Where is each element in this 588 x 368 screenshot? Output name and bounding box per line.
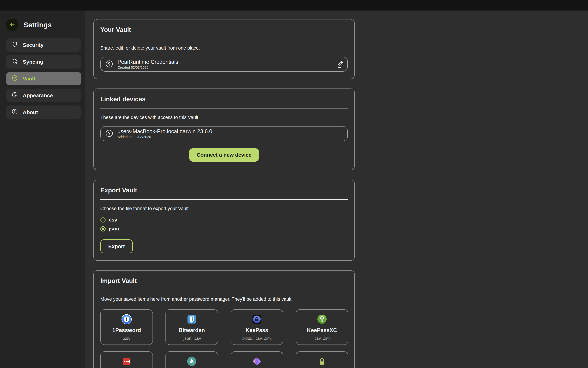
sync-icon bbox=[12, 58, 18, 65]
linked-devices-card: Linked devices These are the devices wit… bbox=[93, 89, 355, 170]
provider-name: KeePass bbox=[246, 327, 268, 333]
radio-option-json[interactable]: json bbox=[100, 226, 348, 232]
device-name: users-MacBook-Pro.local darwin 23.6.0 bbox=[117, 128, 212, 135]
sidebar-item-label: Vault bbox=[23, 76, 35, 82]
card-title: Export Vault bbox=[100, 187, 348, 194]
back-button[interactable] bbox=[6, 18, 18, 31]
pencil-edit-icon bbox=[336, 60, 345, 69]
back-arrow-icon bbox=[9, 22, 15, 28]
keepassxc-icon bbox=[317, 313, 327, 325]
vault-key-icon bbox=[105, 60, 113, 69]
sidebar-item-label: About bbox=[23, 109, 38, 115]
import-tile-nordpass[interactable]: NordPass .csv bbox=[165, 351, 218, 368]
keepass-icon bbox=[252, 313, 262, 325]
device-added-date: Added on 02/03/2026 bbox=[117, 135, 212, 139]
page-title: Settings bbox=[23, 21, 52, 29]
shield-icon bbox=[12, 41, 18, 49]
import-tile-unencrypted-file[interactable]: Unencrypted file .json, .csv bbox=[296, 351, 348, 368]
sidebar-item-label: Syncing bbox=[23, 59, 43, 65]
export-vault-card: Export Vault Choose the file format to e… bbox=[93, 180, 355, 261]
provider-name: Bitwarden bbox=[178, 327, 205, 333]
your-vault-card: Your Vault Share, edit, or delete your v… bbox=[93, 19, 355, 79]
connect-new-device-button[interactable]: Connect a new device bbox=[189, 148, 259, 162]
import-tile-protonpass[interactable]: Proton Pass .csv, .json bbox=[231, 351, 283, 368]
protonpass-icon bbox=[251, 356, 262, 367]
card-description: These are the devices with access to thi… bbox=[100, 115, 348, 120]
vault-created-date: Created 02/03/2026 bbox=[117, 65, 178, 70]
import-tile-lastpass[interactable]: LastPass .csv bbox=[100, 351, 153, 368]
sidebar-item-syncing[interactable]: Syncing bbox=[6, 55, 81, 69]
provider-formats: .csv, .xml bbox=[313, 336, 330, 341]
unencrypted-file-icon bbox=[317, 356, 327, 367]
sidebar-item-vault[interactable]: Vault bbox=[6, 72, 81, 85]
radio-csv-icon[interactable] bbox=[100, 217, 106, 222]
radio-json-label: json bbox=[109, 226, 119, 232]
import-tile-keepassxc[interactable]: KeePassXC .csv, .xml bbox=[296, 309, 348, 345]
divider bbox=[100, 39, 348, 39]
import-provider-grid: 1Password .csv Bitwarden .json, .csv bbox=[100, 309, 348, 368]
sidebar-item-label: Appearance bbox=[23, 92, 53, 99]
sidebar-item-label: Security bbox=[23, 42, 44, 48]
provider-formats: .json, .csv bbox=[182, 336, 201, 341]
provider-name: 1Password bbox=[112, 327, 141, 333]
radio-option-csv[interactable]: csv bbox=[100, 217, 348, 223]
provider-formats: .kdbx, .csv, .xml bbox=[242, 336, 272, 341]
import-tile-bitwarden[interactable]: Bitwarden .json, .csv bbox=[165, 309, 218, 345]
nordpass-icon bbox=[187, 356, 197, 367]
sidebar-item-security[interactable]: Security bbox=[6, 38, 81, 52]
import-vault-card: Import Vault Move your saved items here … bbox=[93, 270, 355, 368]
card-description: Move your saved items here from another … bbox=[100, 296, 348, 302]
card-title: Import Vault bbox=[100, 277, 348, 285]
radio-json-icon[interactable] bbox=[100, 226, 106, 231]
card-title: Linked devices bbox=[100, 95, 348, 103]
provider-formats: .csv bbox=[123, 336, 130, 341]
vault-list-item: PearRuntime Credentials Created 02/03/20… bbox=[100, 57, 348, 72]
sidebar-item-appearance[interactable]: Appearance bbox=[6, 89, 81, 102]
bitwarden-icon bbox=[187, 313, 197, 325]
onepassword-icon bbox=[121, 313, 132, 325]
card-title: Your Vault bbox=[100, 26, 348, 34]
settings-main-panel: Your Vault Share, edit, or delete your v… bbox=[85, 10, 588, 368]
export-button[interactable]: Export bbox=[100, 239, 133, 253]
divider bbox=[100, 290, 348, 290]
card-description: Share, edit, or delete your vault from o… bbox=[100, 45, 348, 51]
import-tile-1password[interactable]: 1Password .csv bbox=[100, 309, 153, 345]
radio-csv-label: csv bbox=[109, 217, 117, 223]
divider bbox=[100, 108, 348, 109]
import-tile-keepass[interactable]: KeePass .kdbx, .csv, .xml bbox=[231, 309, 283, 345]
info-icon bbox=[12, 109, 18, 116]
window-top-bar bbox=[0, 0, 588, 10]
linked-device-item: users-MacBook-Pro.local darwin 23.6.0 Ad… bbox=[100, 126, 348, 141]
divider bbox=[100, 199, 348, 200]
lastpass-icon bbox=[121, 356, 132, 367]
card-description: Choose the file format to export your Va… bbox=[100, 206, 348, 211]
palette-icon bbox=[12, 92, 18, 99]
edit-vault-button[interactable] bbox=[336, 60, 345, 69]
vault-name: PearRuntime Credentials bbox=[117, 59, 178, 65]
device-key-icon bbox=[105, 129, 113, 138]
sidebar-item-about[interactable]: About bbox=[6, 105, 81, 119]
provider-name: KeePassXC bbox=[307, 327, 337, 333]
settings-sidebar: Settings Security Syncing bbox=[0, 10, 85, 368]
vault-icon bbox=[12, 75, 18, 82]
